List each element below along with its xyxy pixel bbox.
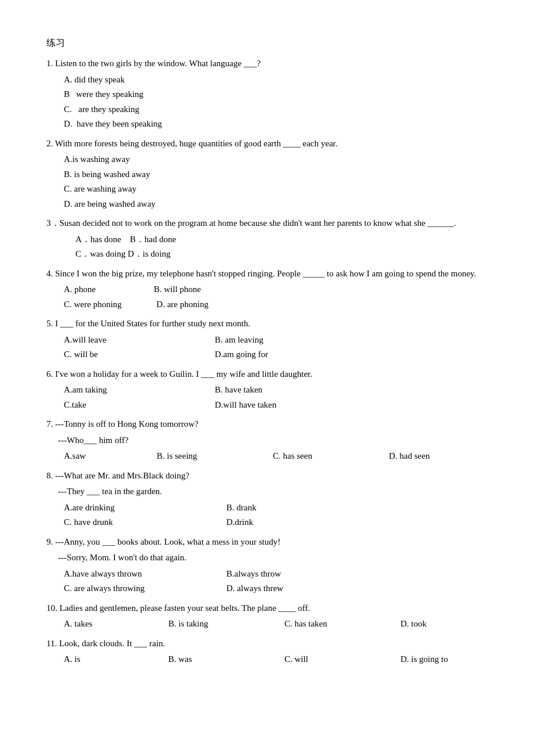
question-8: 8. ---What are Mr. and Mrs.Black doing? … <box>46 469 488 530</box>
q2-option-d: D. are being washed away <box>64 197 488 212</box>
q8-option-a: A.are drinking <box>64 501 180 516</box>
q7-option-a: A.saw <box>64 449 134 464</box>
q11-options: A. is B. was C. will D. is going to <box>46 652 488 667</box>
page-content: 练习 1. Listen to the two girls by the win… <box>46 35 488 667</box>
q9-options-row1: A.have always thrown B.always throw <box>64 567 488 582</box>
q2-option-c: C. are washing away <box>64 182 488 197</box>
q7-options-row1: A.saw B. is seeing C. has seen D. had se… <box>64 449 488 464</box>
q5-options: A.will leave B. am leaving C. will be D.… <box>46 333 488 362</box>
q6-option-a: A.am taking <box>64 383 168 398</box>
q10-text: 10. Ladies and gentlemen, please fasten … <box>46 601 488 616</box>
q10-options: A. takes B. is taking C. has taken D. to… <box>46 617 488 632</box>
q9-option-b: B.always throw <box>226 567 281 582</box>
q2-options: A.is washing away B. is being washed awa… <box>46 152 488 211</box>
q11-option-d: D. is going to <box>400 652 448 667</box>
q7-option-c: C. has seen <box>273 449 366 464</box>
q4-option-a: A. phone <box>64 282 96 297</box>
question-10: 10. Ladies and gentlemen, please fasten … <box>46 601 488 632</box>
q11-option-a: A. is <box>64 652 145 667</box>
q2-text: 2. With more forests being destroyed, hu… <box>46 136 488 152</box>
q6-options-row2: C.take D.will have taken <box>64 398 488 413</box>
q4-text: 4. Since I won the big prize, my telepho… <box>46 267 488 282</box>
q3-options-row1: A．has done B．had done <box>64 232 488 247</box>
q9-option-a: A.have always thrown <box>64 567 192 582</box>
q9-option-d: D. always threw <box>226 581 283 596</box>
q3-options: A．has done B．had done C．was doing D．is d… <box>46 232 488 262</box>
q5-option-c: C. will be <box>64 347 168 362</box>
q8-text1: 8. ---What are Mr. and Mrs.Black doing? <box>46 469 488 484</box>
question-4: 4. Since I won the big prize, my telepho… <box>46 267 488 312</box>
question-3: 3．Susan decided not to work on the progr… <box>46 216 488 262</box>
q5-option-a: A.will leave <box>64 333 168 348</box>
page-title: 练习 <box>46 35 488 51</box>
q7-text2: ---Who___ him off? <box>46 433 488 448</box>
q4-options-row2: C. were phoning D. are phoning <box>64 297 488 312</box>
question-7: 7. ---Tonny is off to Hong Kong tomorrow… <box>46 417 488 464</box>
q9-options: A.have always thrown B.always throw C. a… <box>46 567 488 596</box>
q6-options: A.am taking B. have taken C.take D.will … <box>46 383 488 412</box>
q11-option-c: C. will <box>284 652 377 667</box>
q8-option-b: B. drank <box>226 501 257 516</box>
q11-text: 11. Look, dark clouds. It ___ rain. <box>46 636 488 651</box>
q5-options-row2: C. will be D.am going for <box>64 347 488 362</box>
q6-option-d: D.will have taken <box>215 398 276 413</box>
question-5: 5. I ___ for the United States for furth… <box>46 316 488 362</box>
q10-option-c: C. has taken <box>284 617 377 632</box>
q2-option-b: B. is being washed away <box>64 167 488 182</box>
q4-options-row1: A. phone B. will phone <box>64 282 488 297</box>
q9-option-c: C. are always throwing <box>64 581 192 596</box>
question-2: 2. With more forests being destroyed, hu… <box>46 136 488 212</box>
q11-options-row1: A. is B. was C. will D. is going to <box>64 652 488 667</box>
q10-option-a: A. takes <box>64 617 145 632</box>
q6-option-b: B. have taken <box>215 383 262 398</box>
q6-option-c: C.take <box>64 398 168 413</box>
q9-text2: ---Sorry, Mom. I won't do that again. <box>46 550 488 566</box>
q1-option-a: A. did they speak <box>64 73 488 88</box>
q10-options-row1: A. takes B. is taking C. has taken D. to… <box>64 617 488 632</box>
q3-options-row2: C．was doing D．is doing <box>64 247 488 262</box>
q7-option-b: B. is seeing <box>157 449 250 464</box>
q4-options: A. phone B. will phone C. were phoning D… <box>46 282 488 312</box>
q10-option-d: D. took <box>400 617 427 632</box>
q9-text1: 9. ---Anny, you ___ books about. Look, w… <box>46 535 488 550</box>
q8-options-row2: C. have drunk D.drink <box>64 515 488 530</box>
q8-option-d: D.drink <box>226 515 253 530</box>
q5-option-b: B. am leaving <box>215 333 264 348</box>
q7-text1: 7. ---Tonny is off to Hong Kong tomorrow… <box>46 417 488 432</box>
q5-options-row1: A.will leave B. am leaving <box>64 333 488 348</box>
q5-text: 5. I ___ for the United States for furth… <box>46 316 488 332</box>
q6-options-row1: A.am taking B. have taken <box>64 383 488 398</box>
q4-option-b: B. will phone <box>154 282 201 297</box>
q2-option-a: A.is washing away <box>64 152 488 167</box>
q1-options: A. did they speak B were they speaking C… <box>46 73 488 132</box>
question-11: 11. Look, dark clouds. It ___ rain. A. i… <box>46 636 488 667</box>
q1-text: 1. Listen to the two girls by the window… <box>46 56 488 71</box>
q4-option-d: D. are phoning <box>157 297 209 312</box>
q4-option-c: C. were phoning <box>64 297 122 312</box>
q10-option-b: B. is taking <box>168 617 261 632</box>
q7-option-d: D. had seen <box>389 449 430 464</box>
question-9: 9. ---Anny, you ___ books about. Look, w… <box>46 535 488 596</box>
q8-text2: ---They ___ tea in the garden. <box>46 484 488 499</box>
q5-option-d: D.am going for <box>215 347 268 362</box>
q6-text: 6. I've won a holiday for a week to Guil… <box>46 367 488 382</box>
q1-option-d: D. have they been speaking <box>64 117 488 132</box>
q8-options-row1: A.are drinking B. drank <box>64 501 488 516</box>
q1-option-b: B were they speaking <box>64 87 488 102</box>
question-6: 6. I've won a holiday for a week to Guil… <box>46 367 488 413</box>
q11-option-b: B. was <box>168 652 261 667</box>
q1-option-c: C. are they speaking <box>64 102 488 117</box>
q7-options: A.saw B. is seeing C. has seen D. had se… <box>46 449 488 464</box>
q8-option-c: C. have drunk <box>64 515 180 530</box>
q8-options: A.are drinking B. drank C. have drunk D.… <box>46 501 488 530</box>
q3-text: 3．Susan decided not to work on the progr… <box>46 216 488 231</box>
q9-options-row2: C. are always throwing D. always threw <box>64 581 488 596</box>
question-1: 1. Listen to the two girls by the window… <box>46 56 488 132</box>
